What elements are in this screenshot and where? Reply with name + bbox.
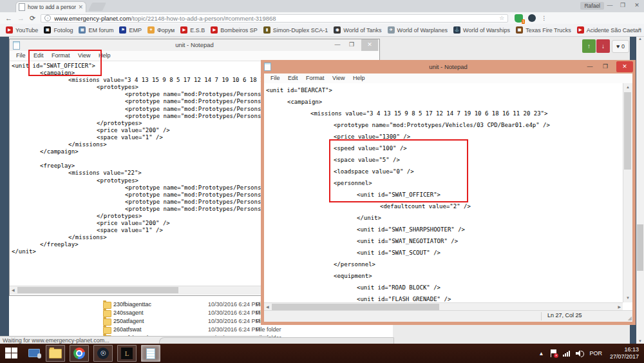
dark-circle-extension-icon[interactable]	[528, 14, 536, 22]
file-explorer-icon	[49, 349, 62, 358]
back-icon[interactable]: ←	[5, 15, 12, 22]
page-info-icon[interactable]: i	[44, 15, 51, 21]
bookmark-fotolog[interactable]: ▣Fotolog	[44, 26, 73, 34]
system-tray: ▲ ✕ POR 16:13 27/07/2017	[539, 346, 644, 360]
url-domain: www.emergency-planet.com	[54, 15, 131, 22]
menu-format[interactable]: Format	[306, 74, 325, 83]
bookmark-bombeiros-sp[interactable]: ▶Bombeiros SP	[211, 26, 258, 34]
vertical-scrollbar[interactable]: ▲ ▼	[623, 83, 632, 302]
bookmark-world-of-warships[interactable]: ⚓World of Warships	[453, 26, 510, 34]
reload-icon[interactable]: ⟳	[30, 15, 35, 22]
profile-name-chip[interactable]: Rafael	[580, 2, 604, 10]
menu-file[interactable]: File	[16, 51, 26, 61]
close-icon[interactable]: ✕	[616, 61, 633, 72]
scroll-down-icon[interactable]: ▼	[626, 294, 630, 302]
minimize-icon[interactable]: —	[332, 39, 343, 51]
vote-up-button[interactable]: ↑	[582, 39, 596, 53]
forward-icon[interactable]: →	[17, 15, 24, 22]
scroll-down-icon[interactable]: ▼	[636, 339, 644, 343]
scrollbar-thumb[interactable]	[17, 287, 178, 293]
close-icon[interactable]: ✕	[361, 39, 378, 51]
hidden-icons-icon[interactable]: ▲	[539, 351, 544, 357]
page-scrollbar[interactable]: ▲ ▼	[636, 36, 644, 344]
wows-favicon-icon: ⚓	[453, 26, 460, 34]
scrollbar-thumb[interactable]	[624, 92, 631, 170]
language-indicator[interactable]: POR	[589, 350, 602, 357]
forum-page-left-edge	[0, 36, 9, 344]
window-minimize-button[interactable]: —	[604, 1, 616, 10]
scroll-left-icon[interactable]: ◀	[12, 286, 15, 295]
maximize-icon[interactable]: ❐	[600, 60, 611, 72]
bookmark-acidente[interactable]: ▶Acidente São Caetan	[577, 26, 641, 34]
tab-close-icon[interactable]: ✕	[78, 5, 83, 10]
bookmark-texas-fire-trucks[interactable]: ▦Texas Fire Trucks	[516, 26, 571, 34]
bookmarks-overflow-icon[interactable]: »	[638, 26, 641, 32]
action-center-flag-icon[interactable]: ✕	[550, 349, 557, 357]
scrollbar-thumb[interactable]	[272, 304, 439, 310]
file-date: 10/30/2016 6:24 PM	[208, 318, 260, 324]
browser-menu-icon[interactable]: ⋮	[541, 15, 547, 21]
folder-icon	[103, 327, 111, 334]
chrome-icon	[73, 348, 85, 359]
shield-extension-icon[interactable]: 1	[515, 14, 523, 23]
network-signal-icon[interactable]	[563, 351, 570, 357]
bookmark-forum[interactable]: ✦Форум	[147, 26, 175, 34]
scroll-up-icon[interactable]: ▲	[636, 37, 644, 41]
maximize-icon[interactable]: ❐	[346, 39, 357, 51]
youtube-favicon-icon: ▶	[6, 26, 13, 34]
scroll-up-icon[interactable]: ▲	[626, 83, 630, 92]
bookmark-em-forum[interactable]: ▤EM forum	[79, 26, 113, 34]
taskbar-chrome-button[interactable]	[70, 345, 89, 362]
menu-edit[interactable]: Edit	[288, 74, 298, 83]
bookmark-label: World of Tanks	[343, 27, 381, 34]
start-button[interactable]	[5, 348, 19, 359]
window-close-button[interactable]: ✕	[631, 1, 643, 10]
bookmark-label: World of Warplanes	[397, 27, 448, 34]
taskbar-steam-button[interactable]: ⦿	[93, 345, 113, 362]
vote-down-button[interactable]: ↓	[596, 39, 610, 53]
clock[interactable]: 16:13 27/07/2017	[610, 346, 639, 360]
file-date: 10/30/2016 6:24 PM	[208, 309, 260, 316]
file-name: 230fbiagenttac	[113, 301, 151, 308]
status-divider	[541, 312, 542, 320]
volume-icon[interactable]	[576, 350, 583, 357]
browser-tab-strip: how to add a person ? - ✕ Rafael — ❐ ✕	[0, 0, 644, 12]
folder-icon	[103, 319, 111, 326]
bookmark-star-icon[interactable]: ☆	[499, 15, 504, 21]
title-bar[interactable]: unit - Notepad — ❐ ✕	[261, 60, 636, 74]
window-restore-button[interactable]: ❐	[617, 1, 629, 10]
reaction-count-button[interactable]: ♥ 0	[612, 40, 629, 53]
notepad-icon	[146, 348, 155, 359]
taskbar: ⦿ L ▲ ✕ POR 16:13 27/07/2017	[0, 344, 644, 363]
window-title: unit - Notepad	[261, 60, 636, 74]
bookmark-esb[interactable]: ▶E.S.B	[180, 26, 205, 34]
menu-bar: File Edit Format View Help	[264, 74, 632, 84]
bookmark-emp[interactable]: ⚑EMP	[119, 26, 142, 34]
bookmark-label: Fotolog	[53, 27, 73, 34]
bookmark-youtube[interactable]: ▶YouTube	[6, 26, 38, 34]
menu-file[interactable]: File	[270, 74, 280, 83]
bookmark-world-of-tanks[interactable]: ◉World of Tanks	[334, 26, 381, 34]
minimize-icon[interactable]: —	[584, 60, 596, 72]
browser-tab[interactable]: how to add a person ? - ✕	[15, 1, 86, 12]
menu-help[interactable]: Help	[353, 74, 365, 83]
new-tab-button[interactable]	[88, 3, 106, 11]
bookmark-label: Bombeiros SP	[220, 27, 258, 34]
file-type: File folder	[256, 326, 281, 333]
taskbar-notepad-button[interactable]	[141, 345, 160, 362]
bookmark-world-of-warplanes[interactable]: ✈World of Warplanes	[388, 26, 448, 34]
simon-duplex-favicon-icon: ▮	[263, 26, 270, 34]
display-settings-icon[interactable]	[28, 348, 41, 358]
bookmark-simon-duplex[interactable]: ▮Simon-Duplex SCA-1	[263, 26, 328, 34]
taskbar-file-explorer-button[interactable]	[46, 345, 65, 362]
status-bar: Ln 27, Col 25 ◢	[264, 310, 632, 322]
address-bar[interactable]: i www.emergency-planet.com/topic/22148-h…	[41, 14, 508, 23]
taskbar-lol-button[interactable]: L	[117, 345, 137, 362]
url-text: www.emergency-planet.com/topic/22148-how…	[54, 15, 276, 22]
file-name: 250atfagent	[113, 318, 144, 324]
resize-grip[interactable]: ◢	[628, 315, 632, 321]
explorer-row[interactable]: 260atfswat 10/30/2016 6:24 PM File folde…	[93, 326, 393, 334]
wot-favicon-icon: ◉	[334, 26, 341, 34]
menu-view[interactable]: View	[332, 74, 345, 83]
page-scrollbar-thumb[interactable]	[637, 224, 643, 271]
